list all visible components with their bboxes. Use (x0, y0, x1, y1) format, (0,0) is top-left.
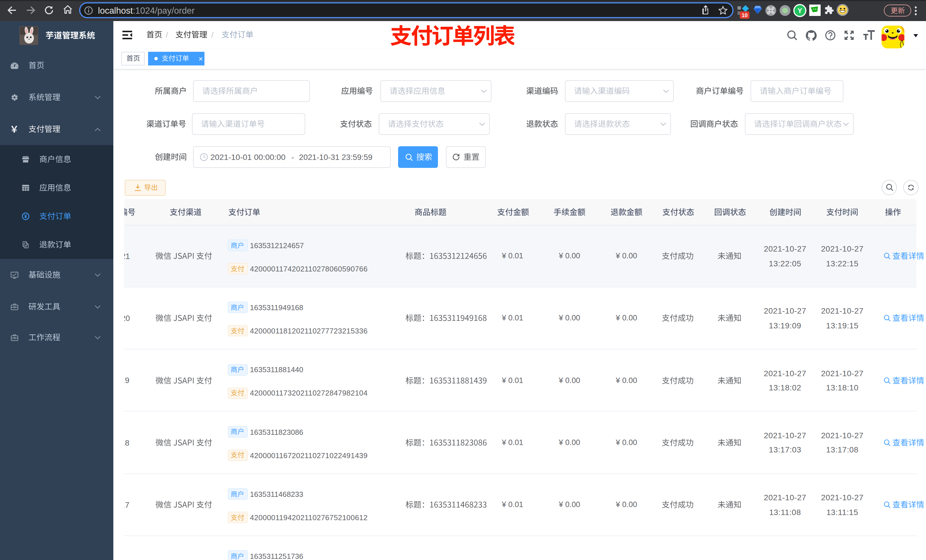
svg-text:Y: Y (797, 6, 802, 14)
